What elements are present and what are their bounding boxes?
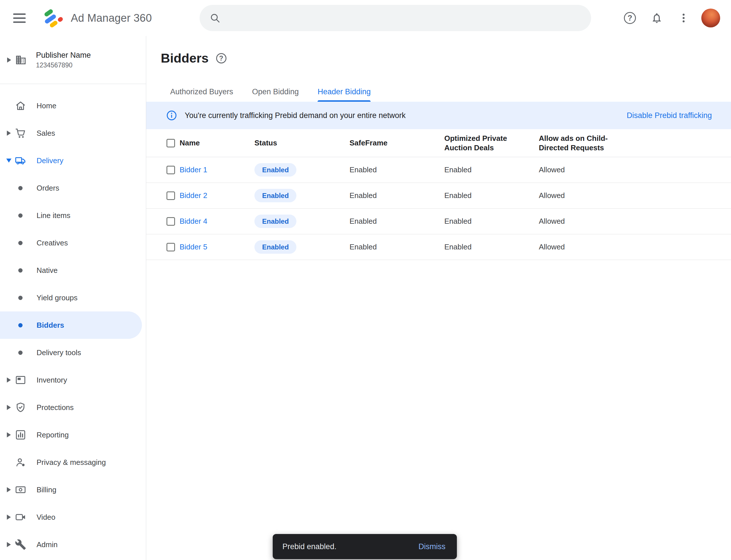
search-input[interactable] xyxy=(228,13,591,23)
sidebar-item-delivery-tools[interactable]: Delivery tools xyxy=(0,339,146,366)
table-row: Bidder 1 Enabled Enabled Enabled Allowed xyxy=(146,157,731,183)
col-safeframe: SafeFrame xyxy=(350,138,444,148)
table-header-row: Name Status SafeFrame Optimized Private … xyxy=(146,129,731,157)
menu-icon[interactable] xyxy=(13,11,28,25)
bullet-icon xyxy=(18,351,23,355)
chevron-right-icon[interactable] xyxy=(5,405,12,410)
col-child-directed: Allow ads on Child-Directed Requests xyxy=(539,134,616,153)
publisher-switcher[interactable]: Publisher Name 1234567890 xyxy=(0,36,146,84)
bidder-link[interactable]: Bidder 1 xyxy=(180,165,255,174)
bullet-icon xyxy=(18,241,23,245)
home-icon xyxy=(15,100,26,111)
notifications-button[interactable] xyxy=(648,9,666,27)
sidebar-nav: Home Sales xyxy=(0,84,146,558)
person-icon xyxy=(15,457,26,468)
three-dots-icon xyxy=(678,12,689,24)
bar-chart-icon xyxy=(15,429,26,441)
banner-message: You're currently trafficking Prebid dema… xyxy=(185,111,406,120)
bullet-icon xyxy=(18,268,23,273)
sidebar-item-admin[interactable]: Admin xyxy=(0,531,146,558)
col-status: Status xyxy=(255,138,350,148)
chevron-down-icon[interactable] xyxy=(5,159,12,163)
help-icon xyxy=(624,12,636,24)
row-checkbox[interactable] xyxy=(167,191,175,200)
tab-open-bidding[interactable]: Open Bidding xyxy=(243,82,309,102)
table-row: Bidder 5 Enabled Enabled Enabled Allowed xyxy=(146,234,731,260)
sidebar-item-home[interactable]: Home xyxy=(0,92,146,119)
bullet-icon xyxy=(18,213,23,218)
snackbar-dismiss-button[interactable]: Dismiss xyxy=(417,539,447,554)
cart-icon xyxy=(15,127,26,139)
page-title: Bidders xyxy=(161,51,209,66)
status-badge: Enabled xyxy=(255,163,297,177)
video-camera-icon xyxy=(15,511,26,523)
sidebar-item-reporting[interactable]: Reporting xyxy=(0,421,146,449)
chevron-right-icon[interactable] xyxy=(5,377,12,383)
sidebar-item-delivery[interactable]: Delivery xyxy=(0,147,146,174)
tab-header-bidding[interactable]: Header Bidding xyxy=(308,82,380,102)
info-icon xyxy=(166,110,177,121)
sidebar-item-native[interactable]: Native xyxy=(0,257,146,284)
chevron-right-icon[interactable] xyxy=(6,57,13,63)
sidebar-item-inventory[interactable]: Inventory xyxy=(0,366,146,394)
bullet-icon xyxy=(18,296,23,300)
sidebar: Publisher Name 1234567890 Home xyxy=(0,36,146,560)
building-icon xyxy=(15,54,27,66)
sidebar-item-line-items[interactable]: Line items xyxy=(0,202,146,229)
main-content: Bidders Authorized Buyers Open Bidding H… xyxy=(146,36,731,560)
row-checkbox[interactable] xyxy=(167,243,175,251)
bidders-table: Name Status SafeFrame Optimized Private … xyxy=(146,129,731,260)
bidder-link[interactable]: Bidder 4 xyxy=(180,217,255,226)
publisher-name: Publisher Name xyxy=(36,51,91,60)
chevron-right-icon[interactable] xyxy=(5,515,12,520)
ad-manager-logo xyxy=(41,7,63,29)
status-badge: Enabled xyxy=(255,240,297,254)
account-avatar[interactable] xyxy=(701,9,720,27)
inventory-icon xyxy=(15,374,26,386)
wrench-icon xyxy=(15,539,26,550)
page-help-icon[interactable] xyxy=(216,53,227,63)
bidder-link[interactable]: Bidder 5 xyxy=(180,243,255,251)
col-name: Name xyxy=(180,138,255,148)
publisher-id: 1234567890 xyxy=(36,61,91,69)
topbar-actions xyxy=(621,0,720,36)
chevron-right-icon[interactable] xyxy=(5,131,12,136)
status-badge: Enabled xyxy=(255,189,297,202)
prebid-info-banner: You're currently trafficking Prebid dema… xyxy=(146,102,731,129)
sidebar-item-sales[interactable]: Sales xyxy=(0,119,146,147)
table-row: Bidder 4 Enabled Enabled Enabled Allowed xyxy=(146,209,731,234)
chevron-right-icon[interactable] xyxy=(5,487,12,492)
sidebar-item-yield-groups[interactable]: Yield groups xyxy=(0,284,146,311)
chevron-right-icon[interactable] xyxy=(5,542,12,547)
search-bar[interactable] xyxy=(200,5,591,31)
bullet-icon xyxy=(18,323,23,327)
sidebar-item-billing[interactable]: Billing xyxy=(0,476,146,503)
truck-icon xyxy=(15,155,26,166)
select-all-checkbox[interactable] xyxy=(167,139,175,147)
col-optimized-deals: Optimized Private Auction Deals xyxy=(444,134,513,153)
row-checkbox[interactable] xyxy=(167,217,175,226)
bullet-icon xyxy=(18,186,23,190)
sidebar-item-video[interactable]: Video xyxy=(0,503,146,531)
chevron-right-icon[interactable] xyxy=(5,432,12,437)
sidebar-item-protections[interactable]: Protections xyxy=(0,394,146,421)
table-row: Bidder 2 Enabled Enabled Enabled Allowed xyxy=(146,183,731,209)
bidder-link[interactable]: Bidder 2 xyxy=(180,191,255,200)
snackbar-message: Prebid enabled. xyxy=(283,542,337,551)
shield-icon xyxy=(15,402,26,413)
more-options-button[interactable] xyxy=(674,9,693,27)
bell-icon xyxy=(651,12,663,24)
snackbar: Prebid enabled. Dismiss xyxy=(273,534,457,559)
tab-bar: Authorized Buyers Open Bidding Header Bi… xyxy=(161,82,731,102)
sidebar-item-creatives[interactable]: Creatives xyxy=(0,229,146,257)
tab-authorized-buyers[interactable]: Authorized Buyers xyxy=(161,82,243,102)
sidebar-item-orders[interactable]: Orders xyxy=(0,174,146,202)
status-badge: Enabled xyxy=(255,215,297,228)
disable-prebid-link[interactable]: Disable Prebid trafficking xyxy=(627,111,712,120)
row-checkbox[interactable] xyxy=(167,166,175,174)
app-title: Ad Manager 360 xyxy=(71,12,152,24)
help-button[interactable] xyxy=(621,9,639,27)
sidebar-item-bidders[interactable]: Bidders xyxy=(0,311,142,339)
billing-icon xyxy=(15,484,26,495)
sidebar-item-privacy-messaging[interactable]: Privacy & messaging xyxy=(0,449,146,476)
